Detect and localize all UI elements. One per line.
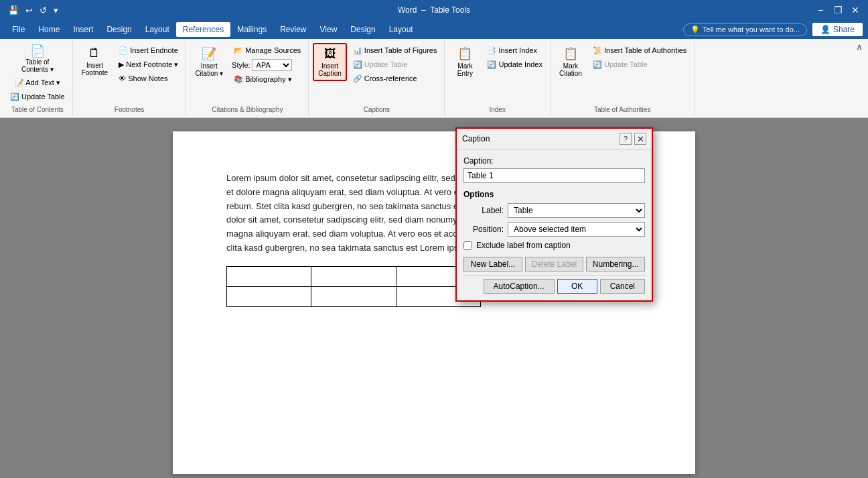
- menu-review[interactable]: Review: [273, 22, 313, 37]
- autocaption-button[interactable]: AutoCaption...: [484, 279, 555, 294]
- manage-sources-button[interactable]: 📂 Manage Sources: [230, 44, 304, 57]
- next-footnote-button[interactable]: ▶ Next Footnote ▾: [115, 58, 182, 71]
- ribbon-group-authorities: 📋 MarkCitation 📜 Insert Table of Authori…: [551, 40, 695, 116]
- label-select[interactable]: Table Figure Equation: [508, 203, 645, 218]
- exclude-label-text[interactable]: Exclude label from caption: [476, 241, 571, 250]
- menu-bar: File Home Insert Design Layout Reference…: [0, 20, 868, 39]
- position-select[interactable]: Above selected item Below selected item: [508, 222, 645, 237]
- style-select[interactable]: APA MLA Chicago: [252, 59, 292, 71]
- insert-citation-button[interactable]: 📝 InsertCitation ▾: [190, 43, 228, 80]
- exclude-label-row: Exclude label from caption: [463, 241, 645, 250]
- share-button[interactable]: 👤 Share: [812, 23, 863, 36]
- caption-input[interactable]: [463, 168, 645, 183]
- cancel-button[interactable]: Cancel: [600, 279, 645, 294]
- footnotes-items: 🗒 InsertFootnote 📄 Insert Endnote ▶ Next…: [77, 43, 182, 103]
- bibliography-button[interactable]: 📚 Bibliography ▾: [230, 73, 304, 86]
- menu-table-layout[interactable]: Layout: [382, 22, 420, 37]
- ribbon: 📄 Table ofContents ▾ 📝 Add Text ▾ 🔄 Upda…: [0, 39, 868, 118]
- menu-table-design[interactable]: Design: [344, 22, 382, 37]
- close-button[interactable]: ✕: [848, 3, 863, 17]
- caption-dialog[interactable]: Caption ? ✕ Caption: Options Label: Tabl…: [455, 127, 653, 302]
- title-bar: 💾 ↩ ↺ ▾ Word – Table Tools − ❐ ✕: [0, 0, 868, 20]
- captions-items: 🖼 InsertCaption 📊 Insert Table of Figure…: [313, 43, 440, 103]
- dialog-close-button[interactable]: ✕: [634, 133, 646, 145]
- ok-button[interactable]: OK: [557, 279, 597, 294]
- table-row: [227, 266, 481, 286]
- menu-right: 💡 Tell me what you want to do... 👤 Share: [683, 23, 863, 36]
- insert-table-of-figures-button[interactable]: 📊 Insert Table of Figures: [350, 44, 441, 57]
- menu-insert[interactable]: Insert: [66, 22, 100, 37]
- insert-caption-button[interactable]: 🖼 InsertCaption: [313, 43, 346, 81]
- citations-group-label: Citations & Bibliography: [212, 103, 283, 113]
- ribbon-group-toc: 📄 Table ofContents ▾ 📝 Add Text ▾ 🔄 Upda…: [3, 40, 73, 116]
- document-container: Lorem ipsum dolor sit amet, consetetur s…: [0, 118, 868, 478]
- table-of-contents-button[interactable]: 📄 Table ofContents ▾: [18, 43, 57, 75]
- insert-table-of-authorities-button[interactable]: 📜 Insert Table of Authorities: [589, 44, 690, 57]
- app-title: Word: [398, 5, 417, 15]
- tell-me-text: Tell me what you want to do...: [703, 25, 800, 34]
- label-field-label: Label:: [463, 206, 504, 215]
- dialog-title: Caption: [462, 134, 490, 143]
- table-tools-title: Table Tools: [430, 5, 470, 15]
- menu-view[interactable]: View: [313, 22, 344, 37]
- insert-footnote-button[interactable]: 🗒 InsertFootnote: [77, 43, 113, 80]
- title-bar-center: Word – Table Tools: [398, 5, 470, 15]
- exclude-label-checkbox[interactable]: [463, 241, 472, 250]
- table-row: [227, 286, 481, 306]
- footnotes-group-label: Footnotes: [115, 103, 144, 113]
- update-index-button[interactable]: 🔄 Update Index: [484, 58, 546, 71]
- window-controls: − ❐ ✕: [813, 3, 863, 17]
- ribbon-group-index: 📋 MarkEntry 📑 Insert Index 🔄 Update Inde…: [445, 40, 551, 116]
- menu-references[interactable]: References: [176, 22, 230, 37]
- dialog-footer: AutoCaption... OK Cancel: [463, 276, 645, 294]
- customize-button[interactable]: ▾: [51, 4, 61, 17]
- delete-label-button[interactable]: Delete Label: [525, 257, 584, 272]
- update-table-captions-button[interactable]: 🔄 Update Table: [350, 58, 441, 71]
- cross-reference-button[interactable]: 🔗 Cross-reference: [350, 72, 441, 85]
- update-table-authorities-button[interactable]: 🔄 Update Table: [589, 58, 690, 71]
- options-label: Options: [463, 190, 645, 199]
- minimize-button[interactable]: −: [813, 3, 828, 17]
- title-bar-left: 💾 ↩ ↺ ▾: [5, 4, 61, 17]
- table-cell: [311, 286, 396, 306]
- menu-design[interactable]: Design: [100, 22, 138, 37]
- document-table: [226, 266, 481, 307]
- menu-mailings[interactable]: Mailings: [230, 22, 273, 37]
- insert-endnote-button[interactable]: 📄 Insert Endnote: [115, 44, 182, 57]
- caption-label: Caption:: [463, 156, 645, 166]
- dialog-titlebar: Caption ? ✕: [457, 129, 652, 150]
- position-row: Position: Above selected item Below sele…: [463, 222, 645, 237]
- authorities-items: 📋 MarkCitation 📜 Insert Table of Authori…: [555, 43, 690, 103]
- tell-me-field[interactable]: 💡 Tell me what you want to do...: [683, 23, 807, 36]
- style-label: Style:: [232, 61, 250, 69]
- save-button[interactable]: 💾: [5, 4, 21, 17]
- menu-layout[interactable]: Layout: [139, 22, 176, 37]
- show-notes-button[interactable]: 👁 Show Notes: [115, 72, 182, 84]
- ribbon-group-citations: 📝 InsertCitation ▾ 📂 Manage Sources Styl…: [186, 40, 309, 116]
- table-cell: [227, 266, 311, 286]
- menu-home[interactable]: Home: [31, 22, 66, 37]
- position-field-label: Position:: [463, 225, 504, 234]
- insert-index-button[interactable]: 📑 Insert Index: [484, 44, 546, 57]
- authorities-group-label: Table of Authorities: [594, 103, 651, 113]
- ribbon-collapse-button[interactable]: ∧: [853, 40, 865, 54]
- toc-items: 📄 Table ofContents ▾ 📝 Add Text ▾ 🔄 Upda…: [7, 43, 68, 103]
- mark-entry-button[interactable]: 📋 MarkEntry: [449, 43, 481, 80]
- add-text-button[interactable]: 📝 Add Text ▾: [11, 76, 64, 89]
- new-label-button[interactable]: New Label...: [463, 257, 522, 272]
- table-cell: [311, 266, 396, 286]
- numbering-button[interactable]: Numbering...: [586, 257, 645, 272]
- update-table-toc-button[interactable]: 🔄 Update Table: [7, 91, 68, 103]
- mark-citation-button[interactable]: 📋 MarkCitation: [555, 43, 587, 80]
- label-row: Label: Table Figure Equation: [463, 203, 645, 218]
- restore-button[interactable]: ❐: [830, 3, 845, 17]
- undo-button[interactable]: ↩: [23, 4, 35, 17]
- index-group-label: Index: [489, 103, 505, 113]
- dialog-help-button[interactable]: ?: [620, 133, 632, 145]
- label-action-buttons: New Label... Delete Label Numbering...: [463, 257, 645, 272]
- redo-button[interactable]: ↺: [37, 4, 50, 17]
- captions-group-label: Captions: [364, 103, 390, 113]
- ribbon-group-captions: 🖼 InsertCaption 📊 Insert Table of Figure…: [309, 40, 445, 116]
- ribbon-group-footnotes: 🗒 InsertFootnote 📄 Insert Endnote ▶ Next…: [73, 40, 187, 116]
- menu-file[interactable]: File: [5, 22, 31, 37]
